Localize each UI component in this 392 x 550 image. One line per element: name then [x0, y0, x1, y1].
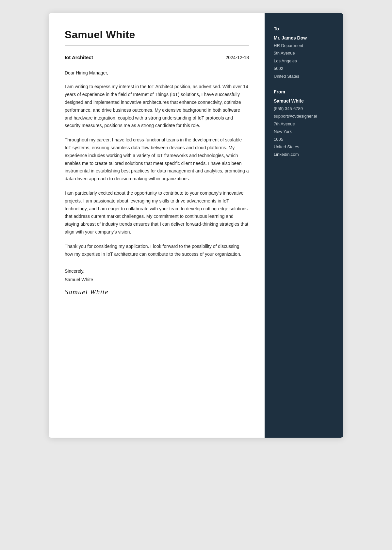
to-label: To	[274, 26, 334, 31]
meta-row: Iot Architect 2024-12-18	[65, 55, 249, 60]
closing-section: Sincerely, Samuel White Samuel White	[65, 267, 249, 296]
sender-phone: (555) 345-6789	[274, 105, 334, 112]
sender-street: 7th Avenue	[274, 120, 334, 128]
cover-letter-page: Samuel White Iot Architect 2024-12-18 De…	[49, 13, 343, 438]
salutation: Dear Hiring Manager,	[65, 69, 249, 76]
job-title: Iot Architect	[65, 55, 93, 60]
from-label: From	[274, 89, 334, 94]
recipient-department: HR Department	[274, 42, 334, 49]
from-section: From Samuel White (555) 345-6789 support…	[274, 89, 334, 158]
recipient-country: United States	[274, 73, 334, 80]
sender-name: Samuel White	[274, 98, 334, 104]
signature: Samuel White	[65, 288, 249, 296]
sender-country: United States	[274, 143, 334, 151]
sender-website: Linkedin.com	[274, 151, 334, 158]
recipient-city: Los Angeles	[274, 57, 334, 65]
sender-email: support@cvdesigner.ai	[274, 112, 334, 120]
recipient-street: 5th Avenue	[274, 49, 334, 57]
closing-line2: Samuel White	[65, 276, 249, 284]
recipient-name: Mr. James Dow	[274, 35, 334, 40]
recipient-zip: 5002	[274, 65, 334, 72]
to-section: To Mr. James Dow HR Department 5th Avenu…	[274, 26, 334, 80]
paragraph-4: Thank you for considering my application…	[65, 243, 249, 258]
closing-line1: Sincerely,	[65, 267, 249, 275]
paragraph-3: I am particularly excited about the oppo…	[65, 189, 249, 236]
main-content: Samuel White Iot Architect 2024-12-18 De…	[49, 13, 265, 438]
sender-zip: 1005	[274, 136, 334, 143]
paragraph-1: I am writing to express my interest in t…	[65, 83, 249, 130]
divider	[65, 45, 249, 45]
author-name: Samuel White	[65, 29, 249, 41]
paragraph-2: Throughout my career, I have led cross-f…	[65, 136, 249, 183]
date: 2024-12-18	[225, 55, 249, 60]
sidebar: To Mr. James Dow HR Department 5th Avenu…	[265, 13, 343, 438]
sender-city: New York	[274, 128, 334, 135]
